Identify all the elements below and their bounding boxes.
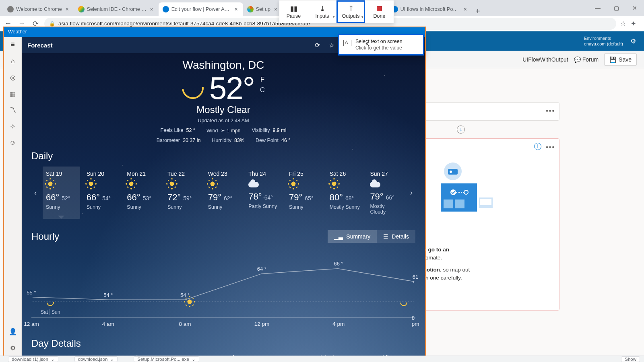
- close-icon[interactable]: ×: [233, 6, 239, 12]
- star-icon[interactable]: ☆: [329, 41, 334, 49]
- close-icon[interactable]: ×: [64, 6, 70, 12]
- close-window-icon[interactable]: ✕: [625, 0, 644, 16]
- maps-icon[interactable]: ▦: [10, 90, 16, 98]
- tab-powerautomate[interactable]: Edit your flow | Power Automate×: [159, 2, 243, 16]
- unit-toggle[interactable]: F C: [260, 76, 265, 94]
- low-temp: 52°: [62, 195, 70, 202]
- hourly-tick: 12 pm: [254, 321, 270, 327]
- daily-card[interactable]: Tue 2272°59°Sunny: [164, 167, 202, 219]
- download-chip[interactable]: download (1).json ⌄: [8, 356, 58, 362]
- svg-rect-10: [480, 199, 491, 205]
- daily-card[interactable]: Fri 2579°65°Sunny: [286, 167, 323, 219]
- low-temp: 53°: [143, 195, 151, 202]
- maximize-icon[interactable]: ▢: [607, 0, 625, 16]
- daily-card[interactable]: Sun 2779°66°Mostly Cloudy: [367, 167, 404, 219]
- sun-icon: [289, 179, 298, 188]
- day-label: Tue 22: [167, 171, 198, 177]
- svg-rect-2: [455, 200, 464, 208]
- download-chip[interactable]: download.json ⌄: [74, 356, 118, 362]
- daily-next[interactable]: ›: [407, 167, 415, 219]
- url-text: asia.flow.microsoft.com/manage/environme…: [58, 21, 310, 27]
- favorites-icon[interactable]: ✧: [10, 123, 15, 130]
- forum-link[interactable]: 💬 Forum: [574, 56, 599, 63]
- stats-row-2: Barometer 30.37 in Humidity 83% Dew Poin…: [22, 138, 425, 143]
- inputs-button[interactable]: ⤓Inputs▾: [308, 0, 336, 23]
- show-all-button[interactable]: Show: [621, 356, 640, 362]
- refresh-icon[interactable]: ⟳: [315, 41, 320, 49]
- hourly-tick: 12 am: [24, 321, 39, 327]
- sun-icon: [330, 179, 339, 188]
- day-label: Sun 27: [370, 171, 401, 177]
- info-icon[interactable]: i: [534, 143, 541, 150]
- daily-card[interactable]: Sat 2680°68°Mostly Sunny: [326, 167, 364, 219]
- unit-c[interactable]: C: [260, 86, 265, 94]
- tab-label: Edit your flow | Power Automate: [171, 6, 231, 12]
- high-temp: 79°: [370, 191, 383, 202]
- day-cond: Sunny: [87, 204, 118, 210]
- hourly-tick: 4 am: [102, 321, 114, 327]
- unit-f[interactable]: F: [260, 76, 265, 84]
- outputs-popup[interactable]: Select text on screen Click to get the v…: [338, 34, 424, 56]
- day-cond: Sunny: [46, 204, 77, 210]
- new-tab-button[interactable]: +: [472, 7, 483, 16]
- day-cond: Sunny: [127, 204, 158, 210]
- weather-app-window: Weather ≡ ⌂ ◎ ▦ 〽 ✧ ☺ 👤 ⚙ Forecast ⟳ ☆ ⇹…: [3, 27, 426, 358]
- day-label: Thu 24: [248, 171, 279, 177]
- add-step-button[interactable]: ↓: [457, 125, 465, 134]
- hourly-temp-label: 61 °: [413, 274, 418, 286]
- news-icon[interactable]: ☺: [9, 139, 16, 146]
- radar-icon[interactable]: ◎: [10, 74, 16, 81]
- close-icon[interactable]: ×: [149, 6, 155, 12]
- hourly-tick: 4 pm: [332, 321, 345, 327]
- daily-card[interactable]: Sat 1966°52°Sunny: [43, 167, 80, 219]
- weather-sidebar: ≡ ⌂ ◎ ▦ 〽 ✧ ☺ 👤 ⚙: [4, 37, 22, 358]
- hamburger-icon[interactable]: ≡: [10, 40, 15, 49]
- save-button[interactable]: 💾 Save: [604, 53, 637, 66]
- extensions-icon[interactable]: ✦: [631, 20, 636, 27]
- tab-selenium[interactable]: Selenium IDE - Chrome Web Sto×: [74, 2, 159, 16]
- details-button[interactable]: ☰ Details: [377, 230, 415, 243]
- high-temp: 79°: [289, 192, 302, 202]
- minimize-icon[interactable]: —: [588, 0, 607, 16]
- tab-label: Selenium IDE - Chrome Web Sto: [87, 6, 147, 12]
- sun-icon: [46, 179, 55, 188]
- close-icon[interactable]: ×: [462, 6, 468, 12]
- hourly-tick: 8 am: [179, 321, 191, 327]
- more-icon[interactable]: •••: [546, 107, 555, 115]
- day-cond: Sunny: [208, 204, 239, 210]
- gear-icon[interactable]: ⚙: [630, 37, 636, 45]
- done-button[interactable]: Done: [365, 0, 394, 23]
- home-icon[interactable]: ⌂: [11, 58, 15, 65]
- popup-title: Select text on screen: [355, 38, 402, 45]
- account-icon[interactable]: 👤: [9, 328, 17, 335]
- hourly-temp-label: 66 °: [334, 261, 343, 267]
- current-conditions: Washington, DC 52° F C Mostly Clear Upda…: [22, 53, 425, 146]
- sun-icon: [167, 179, 176, 188]
- stats-row-1: Feels Like 52 ° Wind ➣ 1 mph Visibility …: [22, 128, 425, 134]
- tab-setup[interactable]: Set up×: [243, 2, 283, 16]
- download-chip[interactable]: Setup.Microsoft.Po....exe ⌄: [134, 356, 199, 362]
- bookmark-icon[interactable]: ☆: [620, 20, 626, 27]
- daily-row: ‹ Sat 1966°52°SunnySun 2066°54°SunnyMon …: [31, 167, 415, 219]
- daily-card[interactable]: Thu 2478°64°Partly Sunny: [245, 167, 283, 219]
- tab-uiflows[interactable]: UI flows in Microsoft Power Aut×: [388, 2, 472, 16]
- daily-card[interactable]: Wed 2379°62°Sunny: [205, 167, 242, 219]
- outputs-button[interactable]: ⤒Outputs▾: [336, 0, 365, 23]
- daily-card[interactable]: Mon 2166°53°Sunny: [124, 167, 161, 219]
- environment-picker[interactable]: Environments enayu.com (default): [584, 35, 623, 47]
- pause-button[interactable]: ▮▮Pause: [279, 0, 308, 23]
- tab-welcome[interactable]: Welcome to Chrome×: [3, 2, 74, 16]
- daily-prev[interactable]: ‹: [31, 167, 39, 219]
- settings-icon[interactable]: ⚙: [10, 344, 16, 352]
- high-temp: 72°: [167, 192, 181, 202]
- hourly-temp-label: 64 °: [257, 266, 266, 272]
- summary-button[interactable]: ▁▃ Summary: [328, 230, 377, 243]
- close-icon[interactable]: ×: [273, 6, 279, 12]
- more-icon[interactable]: •••: [546, 144, 555, 151]
- history-icon[interactable]: 〽: [10, 107, 16, 114]
- day-cond: Mostly Cloudy: [370, 204, 401, 215]
- daily-card[interactable]: Sun 2066°54°Sunny: [83, 167, 121, 219]
- low-temp: 66°: [386, 194, 394, 201]
- high-temp: 66°: [87, 192, 100, 202]
- popup-subtitle: Click to get the value: [355, 45, 402, 51]
